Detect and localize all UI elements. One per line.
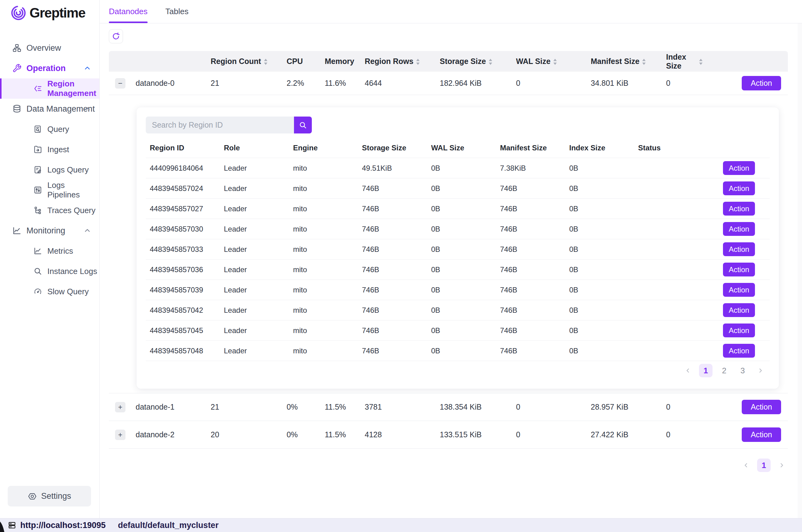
region-pagination: 1 2 3 bbox=[146, 362, 770, 379]
page-button-2[interactable]: 2 bbox=[718, 364, 731, 377]
folder-arrow-icon bbox=[33, 145, 42, 154]
datanode-action-button[interactable]: Action bbox=[742, 428, 781, 442]
sidebar-item-label: Ingest bbox=[47, 145, 69, 154]
sidebar-item-label: Logs Query bbox=[47, 165, 89, 175]
sort-icon[interactable] bbox=[553, 58, 557, 65]
next-page-button[interactable] bbox=[755, 364, 767, 377]
sidebar-item-monitoring[interactable]: Monitoring bbox=[0, 221, 99, 241]
region-row: 4483945857027 Leader mito 746B 0B 746B 0… bbox=[146, 199, 770, 219]
scrollbar-gutter[interactable] bbox=[798, 23, 802, 518]
document-search-icon bbox=[33, 125, 42, 133]
column-header-index-size[interactable]: Index Size bbox=[666, 53, 703, 71]
refresh-button[interactable] bbox=[109, 29, 123, 43]
region-action-button[interactable]: Action bbox=[723, 344, 755, 358]
greptime-logo-icon bbox=[11, 5, 26, 21]
sidebar-item-logs-pipelines[interactable]: Logs Pipelines bbox=[0, 180, 99, 200]
tab-tables[interactable]: Tables bbox=[166, 0, 189, 23]
previous-page-button[interactable] bbox=[740, 458, 752, 472]
magnifier-icon bbox=[33, 267, 42, 276]
datanode-name: datanode-1 bbox=[136, 402, 211, 412]
column-header-wal-size[interactable]: WAL Size bbox=[516, 57, 591, 66]
page-button-1[interactable]: 1 bbox=[699, 364, 712, 377]
sort-icon[interactable] bbox=[488, 58, 493, 65]
column-header-region-count[interactable]: Region Count bbox=[211, 57, 287, 66]
search-button[interactable] bbox=[294, 117, 312, 133]
region-card: Region ID Role Engine Storage Size WAL S… bbox=[136, 107, 779, 389]
refresh-icon bbox=[112, 32, 120, 41]
region-action-button[interactable]: Action bbox=[723, 202, 755, 215]
column-header-region-rows[interactable]: Region Rows bbox=[365, 57, 440, 66]
page-button-3[interactable]: 3 bbox=[736, 364, 749, 377]
settings-button[interactable]: Settings bbox=[8, 486, 91, 507]
app: Greptime Overview Operation bbox=[0, 0, 802, 518]
chevron-left-icon bbox=[685, 367, 691, 374]
datanode-name: datanode-2 bbox=[136, 430, 211, 439]
region-action-button[interactable]: Action bbox=[723, 222, 755, 236]
sidebar-item-traces-query[interactable]: Traces Query bbox=[0, 200, 99, 221]
sidebar-item-query[interactable]: Query bbox=[0, 119, 99, 139]
region-row: 4483945857048 Leader mito 746B 0B 746B 0… bbox=[146, 341, 770, 361]
column-header-wal-size: WAL Size bbox=[427, 144, 496, 152]
datanode-row: − datanode-0 21 2.2% 11.6% 4644 182.964 … bbox=[109, 72, 788, 95]
region-action-button[interactable]: Action bbox=[723, 283, 755, 297]
region-row: 4483945857039 Leader mito 746B 0B 746B 0… bbox=[146, 280, 770, 300]
sidebar-item-data-management[interactable]: Data Management bbox=[0, 99, 99, 119]
content: Region Count CPU Memory Region Rows bbox=[100, 23, 802, 518]
page-button-1[interactable]: 1 bbox=[757, 458, 771, 472]
region-management-icon bbox=[33, 84, 42, 93]
sidebar-item-metrics[interactable]: Metrics bbox=[0, 241, 99, 261]
sidebar-item-label: Operation bbox=[26, 64, 66, 73]
expand-button[interactable]: + bbox=[115, 402, 126, 412]
region-action-button[interactable]: Action bbox=[723, 323, 755, 337]
datanodes-header-row: Region Count CPU Memory Region Rows bbox=[109, 51, 788, 72]
column-header-cpu: CPU bbox=[287, 57, 325, 66]
sidebar-item-slow-query[interactable]: Slow Query bbox=[0, 281, 99, 302]
sidebar: Greptime Overview Operation bbox=[0, 0, 100, 518]
region-search-input[interactable] bbox=[146, 117, 294, 133]
column-header-region-id: Region ID bbox=[146, 144, 220, 152]
sidebar-item-operation[interactable]: Operation bbox=[0, 58, 99, 78]
datanode-action-button[interactable]: Action bbox=[742, 400, 781, 414]
region-action-button[interactable]: Action bbox=[723, 303, 755, 317]
sidebar-item-ingest[interactable]: Ingest bbox=[0, 139, 99, 159]
sort-icon[interactable] bbox=[699, 58, 703, 65]
datanode-action-button[interactable]: Action bbox=[742, 76, 781, 90]
chevron-right-icon bbox=[778, 462, 785, 469]
sort-icon[interactable] bbox=[416, 58, 420, 65]
previous-page-button[interactable] bbox=[682, 364, 694, 377]
sort-icon[interactable] bbox=[264, 58, 268, 65]
sidebar-item-label: Metrics bbox=[47, 246, 73, 256]
chevron-right-icon bbox=[757, 367, 764, 374]
chevron-up-icon[interactable] bbox=[83, 105, 91, 113]
region-action-button[interactable]: Action bbox=[723, 242, 755, 256]
sidebar-item-overview[interactable]: Overview bbox=[0, 38, 99, 58]
expand-button[interactable]: + bbox=[115, 430, 126, 440]
collapse-button[interactable]: − bbox=[115, 78, 126, 89]
column-header-storage-size[interactable]: Storage Size bbox=[440, 57, 516, 66]
column-header-role: Role bbox=[220, 144, 289, 152]
region-header-row: Region ID Role Engine Storage Size WAL S… bbox=[146, 138, 770, 158]
region-row: 4483945857033 Leader mito 746B 0B 746B 0… bbox=[146, 239, 770, 260]
sidebar-item-instance-logs[interactable]: Instance Logs bbox=[0, 261, 99, 281]
wrench-icon bbox=[12, 64, 21, 73]
region-action-button[interactable]: Action bbox=[723, 263, 755, 277]
chevron-up-icon[interactable] bbox=[83, 227, 91, 235]
region-action-button[interactable]: Action bbox=[723, 161, 755, 175]
tab-datanodes[interactable]: Datanodes bbox=[109, 0, 148, 23]
sidebar-item-logs-query[interactable]: Logs Query bbox=[0, 159, 99, 180]
column-header-manifest-size[interactable]: Manifest Size bbox=[591, 57, 666, 66]
connection-url: http://localhost:19095 bbox=[20, 520, 106, 530]
server-icon bbox=[8, 521, 16, 529]
sort-icon[interactable] bbox=[642, 58, 646, 65]
brand-name: Greptime bbox=[30, 5, 85, 21]
datanodes-table: Region Count CPU Memory Region Rows bbox=[109, 51, 788, 449]
database-icon bbox=[12, 104, 21, 113]
next-page-button[interactable] bbox=[776, 458, 788, 472]
region-row: 4440996184064 Leader mito 49.51KiB 0B 7.… bbox=[146, 158, 770, 178]
chevron-up-icon[interactable] bbox=[83, 64, 91, 72]
metrics-chart-icon bbox=[33, 247, 42, 255]
column-header-memory: Memory bbox=[325, 57, 365, 66]
sidebar-item-region-management[interactable]: Region Management bbox=[0, 78, 99, 99]
chevron-left-icon bbox=[743, 462, 749, 469]
region-action-button[interactable]: Action bbox=[723, 182, 755, 195]
